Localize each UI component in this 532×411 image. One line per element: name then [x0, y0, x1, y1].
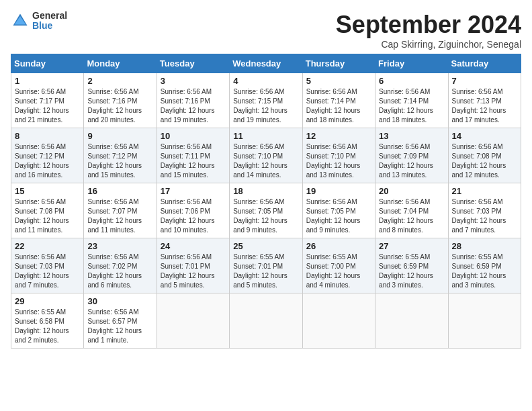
day-info: Sunrise: 6:55 AMSunset: 7:00 PMDaylight:… [306, 253, 361, 289]
day-info: Sunrise: 6:56 AMSunset: 7:04 PMDaylight:… [379, 198, 433, 234]
col-sunday: Sunday [11, 54, 84, 73]
day-info: Sunrise: 6:56 AMSunset: 7:16 PMDaylight:… [161, 88, 215, 124]
col-saturday: Saturday [448, 54, 521, 73]
table-row: 20 Sunrise: 6:56 AMSunset: 7:04 PMDaylig… [375, 183, 448, 238]
month-title: September 2024 [336, 11, 521, 39]
day-number: 18 [233, 186, 298, 196]
table-row: 8 Sunrise: 6:56 AMSunset: 7:12 PMDayligh… [11, 128, 84, 183]
col-monday: Monday [84, 54, 157, 73]
table-row: 22 Sunrise: 6:56 AMSunset: 7:03 PMDaylig… [11, 238, 84, 293]
day-info: Sunrise: 6:56 AMSunset: 7:11 PMDaylight:… [161, 143, 215, 179]
table-row: 26 Sunrise: 6:55 AMSunset: 7:00 PMDaylig… [302, 238, 375, 293]
day-number: 26 [306, 241, 371, 251]
day-number: 11 [233, 131, 298, 141]
day-number: 17 [161, 186, 226, 196]
col-thursday: Thursday [302, 54, 375, 73]
day-info: Sunrise: 6:56 AMSunset: 7:08 PMDaylight:… [15, 198, 69, 234]
day-number: 27 [379, 241, 444, 251]
table-row [448, 293, 521, 349]
day-info: Sunrise: 6:56 AMSunset: 6:57 PMDaylight:… [87, 308, 142, 344]
day-info: Sunrise: 6:55 AMSunset: 6:59 PMDaylight:… [452, 253, 506, 289]
table-row: 29 Sunrise: 6:55 AMSunset: 6:58 PMDaylig… [11, 293, 84, 349]
table-row: 28 Sunrise: 6:55 AMSunset: 6:59 PMDaylig… [448, 238, 521, 293]
day-info: Sunrise: 6:56 AMSunset: 7:03 PMDaylight:… [452, 198, 506, 234]
day-info: Sunrise: 6:56 AMSunset: 7:01 PMDaylight:… [161, 253, 215, 289]
day-info: Sunrise: 6:56 AMSunset: 7:10 PMDaylight:… [306, 143, 361, 179]
title-section: September 2024 Cap Skirring, Ziguinchor,… [336, 11, 521, 50]
day-number: 24 [161, 241, 226, 251]
day-number: 2 [87, 76, 152, 86]
table-row: 17 Sunrise: 6:56 AMSunset: 7:06 PMDaylig… [157, 183, 229, 238]
table-row: 3 Sunrise: 6:56 AMSunset: 7:16 PMDayligh… [157, 73, 229, 128]
day-info: Sunrise: 6:56 AMSunset: 7:07 PMDaylight:… [87, 198, 142, 234]
table-row [302, 293, 375, 349]
day-info: Sunrise: 6:56 AMSunset: 7:15 PMDaylight:… [233, 88, 287, 124]
day-info: Sunrise: 6:56 AMSunset: 7:16 PMDaylight:… [87, 88, 142, 124]
table-row: 25 Sunrise: 6:55 AMSunset: 7:01 PMDaylig… [230, 238, 302, 293]
table-row: 12 Sunrise: 6:56 AMSunset: 7:10 PMDaylig… [302, 128, 375, 183]
table-row: 6 Sunrise: 6:56 AMSunset: 7:14 PMDayligh… [375, 73, 448, 128]
day-number: 21 [452, 186, 517, 196]
table-row: 14 Sunrise: 6:56 AMSunset: 7:08 PMDaylig… [448, 128, 521, 183]
day-number: 22 [15, 241, 80, 251]
day-number: 8 [15, 131, 80, 141]
day-number: 14 [452, 131, 517, 141]
day-number: 20 [379, 186, 444, 196]
day-info: Sunrise: 6:55 AMSunset: 6:59 PMDaylight:… [379, 253, 433, 289]
day-number: 4 [233, 76, 298, 86]
day-info: Sunrise: 6:56 AMSunset: 7:09 PMDaylight:… [379, 143, 433, 179]
day-info: Sunrise: 6:56 AMSunset: 7:10 PMDaylight:… [233, 143, 287, 179]
table-row [157, 293, 229, 349]
table-row: 13 Sunrise: 6:56 AMSunset: 7:09 PMDaylig… [375, 128, 448, 183]
day-info: Sunrise: 6:56 AMSunset: 7:05 PMDaylight:… [306, 198, 361, 234]
day-info: Sunrise: 6:56 AMSunset: 7:12 PMDaylight:… [15, 143, 69, 179]
table-row: 5 Sunrise: 6:56 AMSunset: 7:14 PMDayligh… [302, 73, 375, 128]
table-row: 1 Sunrise: 6:56 AMSunset: 7:17 PMDayligh… [11, 73, 84, 128]
table-row: 19 Sunrise: 6:56 AMSunset: 7:05 PMDaylig… [302, 183, 375, 238]
logo-icon [11, 11, 30, 30]
table-row: 4 Sunrise: 6:56 AMSunset: 7:15 PMDayligh… [230, 73, 302, 128]
calendar-table: Sunday Monday Tuesday Wednesday Thursday… [11, 54, 521, 349]
table-row: 23 Sunrise: 6:56 AMSunset: 7:02 PMDaylig… [84, 238, 157, 293]
day-info: Sunrise: 6:56 AMSunset: 7:05 PMDaylight:… [233, 198, 287, 234]
day-number: 16 [87, 186, 152, 196]
day-info: Sunrise: 6:56 AMSunset: 7:06 PMDaylight:… [161, 198, 215, 234]
day-info: Sunrise: 6:56 AMSunset: 7:17 PMDaylight:… [15, 88, 69, 124]
table-row: 7 Sunrise: 6:56 AMSunset: 7:13 PMDayligh… [448, 73, 521, 128]
logo-text: General Blue [32, 11, 67, 32]
day-number: 23 [87, 241, 152, 251]
table-row: 9 Sunrise: 6:56 AMSunset: 7:12 PMDayligh… [84, 128, 157, 183]
day-info: Sunrise: 6:55 AMSunset: 7:01 PMDaylight:… [233, 253, 287, 289]
table-row: 16 Sunrise: 6:56 AMSunset: 7:07 PMDaylig… [84, 183, 157, 238]
table-row: 21 Sunrise: 6:56 AMSunset: 7:03 PMDaylig… [448, 183, 521, 238]
table-row: 30 Sunrise: 6:56 AMSunset: 6:57 PMDaylig… [84, 293, 157, 349]
day-number: 28 [452, 241, 517, 251]
day-number: 9 [87, 131, 152, 141]
day-number: 15 [15, 186, 80, 196]
day-info: Sunrise: 6:56 AMSunset: 7:12 PMDaylight:… [87, 143, 142, 179]
day-number: 3 [161, 76, 226, 86]
header-row: Sunday Monday Tuesday Wednesday Thursday… [11, 54, 521, 73]
col-tuesday: Tuesday [157, 54, 229, 73]
col-wednesday: Wednesday [230, 54, 302, 73]
day-info: Sunrise: 6:56 AMSunset: 7:14 PMDaylight:… [379, 88, 433, 124]
day-info: Sunrise: 6:55 AMSunset: 6:58 PMDaylight:… [15, 308, 69, 344]
day-number: 29 [15, 296, 80, 306]
logo-line1: General [32, 11, 67, 21]
day-number: 13 [379, 131, 444, 141]
day-info: Sunrise: 6:56 AMSunset: 7:14 PMDaylight:… [306, 88, 361, 124]
table-row: 27 Sunrise: 6:55 AMSunset: 6:59 PMDaylig… [375, 238, 448, 293]
table-row: 15 Sunrise: 6:56 AMSunset: 7:08 PMDaylig… [11, 183, 84, 238]
day-info: Sunrise: 6:56 AMSunset: 7:02 PMDaylight:… [87, 253, 142, 289]
table-row: 24 Sunrise: 6:56 AMSunset: 7:01 PMDaylig… [157, 238, 229, 293]
day-number: 10 [161, 131, 226, 141]
day-number: 19 [306, 186, 371, 196]
col-friday: Friday [375, 54, 448, 73]
table-row: 18 Sunrise: 6:56 AMSunset: 7:05 PMDaylig… [230, 183, 302, 238]
day-number: 5 [306, 76, 371, 86]
table-row: 10 Sunrise: 6:56 AMSunset: 7:11 PMDaylig… [157, 128, 229, 183]
day-info: Sunrise: 6:56 AMSunset: 7:13 PMDaylight:… [452, 88, 506, 124]
table-row: 11 Sunrise: 6:56 AMSunset: 7:10 PMDaylig… [230, 128, 302, 183]
day-number: 25 [233, 241, 298, 251]
logo-line2: Blue [32, 21, 67, 31]
